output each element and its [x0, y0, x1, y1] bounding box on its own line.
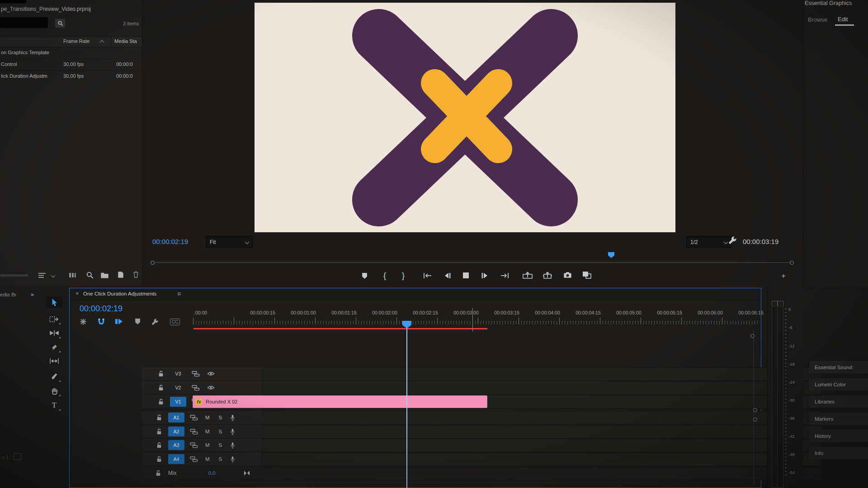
panel-tab-essential-sound[interactable]: Essential Sound — [809, 361, 868, 373]
monitor-scrub-bar[interactable] — [154, 262, 790, 263]
export-frame-camera-icon[interactable] — [563, 272, 572, 278]
mute-button[interactable]: M — [205, 429, 210, 434]
lane-a1[interactable] — [262, 411, 821, 425]
track-target-a4[interactable]: A4 — [168, 454, 184, 464]
new-bin-folder-icon[interactable] — [100, 272, 109, 278]
view-options-chevron-icon[interactable] — [51, 273, 56, 278]
source-patch-icon[interactable] — [190, 442, 198, 448]
go-to-out-icon[interactable] — [500, 272, 509, 279]
button-editor-add-icon[interactable]: + — [781, 272, 786, 281]
project-hscrollbar[interactable] — [0, 274, 28, 277]
source-patch-icon[interactable] — [190, 415, 198, 421]
lock-icon[interactable] — [156, 414, 162, 421]
panel-tab-libraries[interactable]: Libraries — [809, 395, 868, 408]
panel-tab-lumetri-color[interactable]: Lumetri Color — [809, 378, 868, 390]
track-target-v2[interactable]: V2 — [170, 383, 186, 393]
search-in-icon[interactable] — [55, 19, 65, 28]
tab-media-browser[interactable]: edia Br — [0, 292, 16, 297]
mute-button[interactable]: M — [205, 456, 210, 462]
source-patch-icon[interactable] — [192, 385, 200, 391]
scroll-handle[interactable] — [750, 334, 755, 338]
panel-tab-info[interactable]: Info — [809, 447, 868, 459]
voiceover-mic-icon[interactable] — [230, 428, 235, 435]
comparison-view-icon[interactable] — [582, 271, 591, 279]
solo-button[interactable]: S — [219, 456, 222, 462]
source-patch-icon[interactable] — [190, 456, 198, 462]
close-tab-icon[interactable]: × — [75, 290, 79, 297]
lock-icon[interactable] — [158, 371, 164, 377]
snap-magnet-icon[interactable] — [98, 318, 105, 325]
voiceover-mic-icon[interactable] — [230, 442, 235, 449]
monitor-current-timecode[interactable]: 00:00:02:19 — [152, 238, 188, 245]
captions-cc-icon[interactable]: CC — [170, 319, 180, 325]
tool-slip[interactable] — [47, 355, 62, 367]
scrub-start-handle[interactable] — [151, 261, 155, 265]
work-area-bar[interactable] — [193, 328, 487, 329]
play-stop-button[interactable] — [463, 272, 469, 278]
extract-icon[interactable] — [542, 272, 552, 279]
track-zoom-handle[interactable] — [753, 408, 757, 412]
column-frame-rate[interactable]: Frame Rate — [63, 38, 90, 44]
step-back-icon[interactable] — [444, 272, 451, 279]
monitor-zoom-select[interactable]: Fit — [206, 236, 253, 248]
voiceover-mic-icon[interactable] — [230, 456, 235, 463]
panel-menu-icon[interactable]: ≡ — [177, 290, 181, 297]
lift-icon[interactable] — [523, 272, 533, 279]
icon-view-icon[interactable] — [69, 272, 78, 278]
track-target-v3[interactable]: V3 — [170, 369, 186, 379]
source-patch-icon[interactable] — [190, 429, 198, 435]
lock-icon[interactable] — [158, 399, 164, 405]
tab-edit[interactable]: Edit — [838, 16, 848, 23]
voiceover-mic-icon[interactable] — [230, 414, 235, 421]
project-search-input[interactable] — [0, 17, 48, 28]
tool-ripple-edit[interactable] — [47, 327, 62, 339]
keyframe-bowtie-icon[interactable] — [244, 471, 250, 475]
tool-track-select-forward[interactable] — [47, 313, 62, 325]
step-forward-icon[interactable] — [481, 272, 488, 279]
lock-icon[interactable] — [158, 385, 164, 391]
go-to-in-icon[interactable] — [423, 272, 432, 279]
list-view-icon[interactable] — [38, 272, 46, 278]
solo-button[interactable]: S — [219, 442, 222, 448]
project-row[interactable]: Control 30,00 fps 00:00:0 — [0, 59, 142, 71]
mute-button[interactable]: M — [205, 442, 210, 448]
track-target-v1[interactable]: V1 — [170, 397, 186, 407]
track-target-a2[interactable]: A2 — [168, 427, 184, 436]
lane-a4[interactable] — [262, 453, 821, 466]
timeline-tab-label[interactable]: One Click Duration Adjustments — [83, 291, 156, 296]
solo-button[interactable]: S — [219, 415, 222, 420]
scrub-end-handle[interactable] — [790, 261, 794, 265]
column-divider[interactable] — [111, 37, 111, 47]
sort-ascending-icon[interactable] — [100, 40, 104, 45]
clip-rounded-x-02[interactable]: fx Rounded X 02 — [193, 395, 487, 408]
project-row[interactable]: lick Duration Adjustm 30,00 fps 00:00:0 — [0, 70, 142, 82]
toggle-track-output-eye-icon[interactable] — [207, 371, 215, 376]
toggle-track-output-eye-icon[interactable] — [207, 385, 215, 390]
timeline-marker-icon[interactable] — [135, 318, 141, 325]
add-marker-icon[interactable] — [362, 272, 368, 279]
timeline-settings-wrench-icon[interactable] — [151, 318, 159, 326]
tool-selection[interactable] — [47, 296, 62, 308]
column-media-start[interactable]: Media Sta — [114, 38, 137, 44]
timeline-ruler[interactable]: :00:00 00:00:00:15 00:00:01:00 00:00:01:… — [193, 310, 760, 329]
timeline-timecode[interactable]: 00:00:02:19 — [80, 304, 123, 314]
tool-hand[interactable] — [47, 385, 62, 397]
source-patch-icon[interactable] — [192, 371, 200, 377]
tool-type[interactable]: T — [47, 399, 62, 411]
lock-icon[interactable] — [156, 456, 162, 462]
track-target-a3[interactable]: A3 — [168, 440, 184, 450]
solo-button[interactable]: S — [219, 429, 222, 434]
lane-mix[interactable] — [262, 467, 821, 480]
lane-a3[interactable] — [262, 439, 821, 452]
delete-trash-icon[interactable] — [133, 271, 139, 278]
panel-overflow-chevrons-icon[interactable]: » — [31, 291, 33, 298]
playback-resolution-select[interactable]: 1/2 — [686, 236, 731, 248]
lane-v3[interactable] — [262, 367, 821, 381]
tool-pen[interactable] — [47, 371, 62, 382]
monitor-settings-wrench-icon[interactable] — [728, 236, 737, 245]
nest-sequences-icon[interactable] — [80, 318, 87, 325]
playhead-line[interactable] — [406, 322, 407, 488]
mark-out-icon[interactable]: } — [402, 271, 405, 281]
lock-icon[interactable] — [156, 442, 162, 448]
mark-in-icon[interactable]: { — [383, 271, 386, 281]
